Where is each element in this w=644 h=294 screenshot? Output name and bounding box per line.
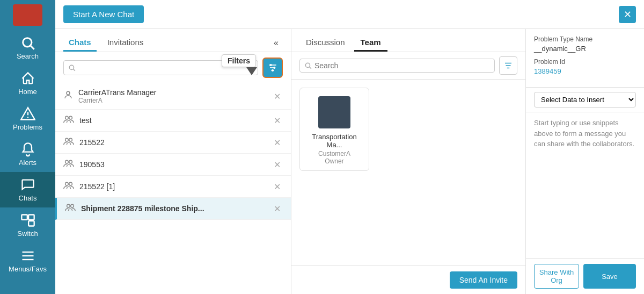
tab-invitations[interactable]: Invitations xyxy=(102,34,149,52)
sidebar-item-chats[interactable]: Chats xyxy=(0,172,55,207)
right-message-area[interactable]: Start typing or use snippets above to fo… xyxy=(526,112,644,258)
right-bottom: Share With Org Save xyxy=(526,258,644,294)
chat-item[interactable]: CarrierATrans Manager CarrierA ✕ xyxy=(55,83,291,110)
svg-point-18 xyxy=(272,69,274,71)
chat-icon xyxy=(20,177,35,192)
svg-point-24 xyxy=(65,160,69,163)
chat-item[interactable]: 215522 [1] ✕ xyxy=(55,176,291,198)
middle-tabs-row: Discussion Team xyxy=(291,29,525,52)
right-select-row: Select Data to Insert xyxy=(526,88,644,112)
chat-item-close-button[interactable]: ✕ xyxy=(272,204,283,214)
sidebar-item-alerts[interactable]: Alerts xyxy=(0,137,55,172)
data-insert-select[interactable]: Select Data to Insert xyxy=(534,92,636,107)
svg-point-26 xyxy=(65,182,69,185)
filter-button[interactable] xyxy=(262,58,283,78)
chats-panel: Chats Invitations « Filters xyxy=(55,29,291,294)
chat-item-close-button[interactable]: ✕ xyxy=(272,160,283,170)
svg-rect-4 xyxy=(21,215,27,220)
chat-item-close-button[interactable]: ✕ xyxy=(272,138,283,148)
chat-item-name: 190553 xyxy=(79,160,268,169)
middle-search-input[interactable] xyxy=(314,61,490,70)
svg-point-20 xyxy=(65,116,69,119)
svg-line-31 xyxy=(310,67,311,69)
team-member-name: Transportation Ma... xyxy=(305,133,363,149)
share-org-button[interactable]: Share With Org xyxy=(534,264,579,289)
tab-team[interactable]: Team xyxy=(354,34,387,52)
chat-item-name: CarrierATrans Manager CarrierA xyxy=(78,88,268,104)
filter-tooltip: Filters xyxy=(222,54,256,67)
sidebar: Search Home Problems Alerts Chats Switch… xyxy=(0,0,55,294)
sidebar-item-label-switch: Switch xyxy=(17,230,38,238)
svg-rect-6 xyxy=(28,215,34,220)
team-member-card[interactable]: Transportation Ma... CustomerA Owner xyxy=(299,88,369,171)
chat-item-close-button[interactable]: ✕ xyxy=(272,91,283,102)
problem-id-label: Problem Id xyxy=(534,58,636,66)
chat-item[interactable]: 215522 ✕ xyxy=(55,132,291,154)
sidebar-item-menus[interactable]: Menus/Favs xyxy=(0,243,55,278)
sidebar-item-home[interactable]: Home xyxy=(0,66,55,101)
svg-point-17 xyxy=(273,67,275,69)
sidebar-item-label-chats: Chats xyxy=(19,194,37,202)
svg-point-3 xyxy=(27,117,28,118)
tooltip-arrow-icon xyxy=(246,67,257,75)
sidebar-logo xyxy=(13,4,42,26)
chat-item-close-button[interactable]: ✕ xyxy=(272,116,283,126)
svg-point-22 xyxy=(65,138,69,141)
chat-item-close-button[interactable]: ✕ xyxy=(272,182,283,192)
chat-item-name: 215522 [1] xyxy=(79,182,268,191)
search-filter-row: Filters xyxy=(55,52,291,83)
group-icon xyxy=(63,181,74,192)
search-icon xyxy=(20,35,35,51)
sidebar-item-label-home: Home xyxy=(18,88,37,96)
group-icon xyxy=(63,114,74,126)
problem-type-label: Problem Type Name xyxy=(534,35,636,43)
collapse-button[interactable]: « xyxy=(269,36,283,50)
team-member-avatar xyxy=(318,96,350,128)
tab-chats[interactable]: Chats xyxy=(63,34,97,52)
group-icon xyxy=(65,203,76,214)
switch-icon xyxy=(20,213,35,228)
search-small-icon xyxy=(68,64,76,71)
svg-point-0 xyxy=(23,38,31,47)
home-icon xyxy=(20,71,35,86)
svg-point-30 xyxy=(305,63,310,67)
svg-point-11 xyxy=(69,65,74,69)
middle-filter-icon xyxy=(503,61,513,70)
sidebar-item-switch[interactable]: Switch xyxy=(0,207,55,243)
chat-item[interactable]: 190553 ✕ xyxy=(55,154,291,176)
middle-panel: Discussion Team Transportation Ma... Cus… xyxy=(291,29,526,294)
right-info: Problem Type Name __dynamic__GR Problem … xyxy=(526,29,644,88)
chat-item[interactable]: test ✕ xyxy=(55,110,291,132)
sidebar-item-problems[interactable]: Problems xyxy=(0,101,55,137)
sidebar-item-label-menus: Menus/Favs xyxy=(9,265,47,273)
chat-item[interactable]: Shipment 228875 milestone Ship... ✕ xyxy=(55,198,291,220)
middle-filter-button[interactable] xyxy=(499,56,517,75)
chat-item-name: Shipment 228875 milestone Ship... xyxy=(81,204,268,213)
chats-tabs-row: Chats Invitations « xyxy=(55,29,291,52)
close-top-button[interactable]: ✕ xyxy=(619,6,636,23)
svg-point-16 xyxy=(270,64,272,66)
warning-icon xyxy=(20,106,35,121)
svg-point-21 xyxy=(69,116,72,119)
new-chat-button[interactable]: Start A New Chat xyxy=(63,5,144,23)
svg-rect-5 xyxy=(28,221,34,226)
svg-point-28 xyxy=(67,204,70,207)
group-icon xyxy=(63,137,74,148)
sidebar-item-label-alerts: Alerts xyxy=(19,159,36,167)
svg-line-1 xyxy=(31,46,34,49)
svg-point-23 xyxy=(69,138,72,141)
svg-line-12 xyxy=(74,69,75,71)
svg-point-19 xyxy=(67,91,70,95)
menu-icon xyxy=(20,248,35,263)
svg-point-25 xyxy=(69,160,72,163)
search-icon-mid xyxy=(304,62,312,69)
tab-discussion[interactable]: Discussion xyxy=(299,34,352,52)
sidebar-item-search[interactable]: Search xyxy=(0,30,55,66)
svg-point-29 xyxy=(71,204,74,207)
team-member-role: Owner xyxy=(325,157,343,165)
svg-point-27 xyxy=(69,182,72,185)
save-button[interactable]: Save xyxy=(583,264,636,289)
bell-icon xyxy=(20,142,35,157)
send-invite-button[interactable]: Send An Invite xyxy=(450,271,517,289)
top-bar: Start A New Chat ✕ xyxy=(55,0,644,29)
